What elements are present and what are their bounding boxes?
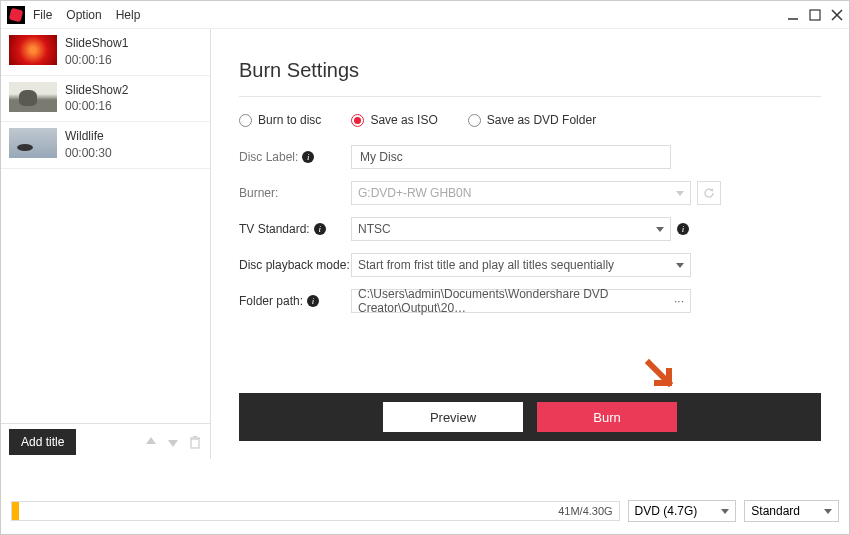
menu-file[interactable]: File bbox=[33, 8, 52, 22]
radio-label: Burn to disc bbox=[258, 113, 321, 127]
slide-thumbnail bbox=[9, 35, 57, 65]
radio-label: Save as ISO bbox=[370, 113, 437, 127]
app-icon bbox=[7, 6, 25, 24]
info-icon[interactable]: i bbox=[302, 151, 314, 163]
playback-mode-label: Disc playback mode: bbox=[239, 258, 351, 272]
refresh-burner-button[interactable] bbox=[697, 181, 721, 205]
divider bbox=[239, 96, 821, 97]
svg-rect-4 bbox=[191, 439, 199, 448]
info-icon[interactable]: i bbox=[314, 223, 326, 235]
menu-option[interactable]: Option bbox=[66, 8, 101, 22]
disc-usage-text: 41M/4.30G bbox=[558, 502, 612, 520]
preview-button[interactable]: Preview bbox=[383, 402, 523, 432]
titlebar: File Option Help bbox=[1, 1, 849, 29]
slide-duration: 00:00:16 bbox=[65, 98, 128, 115]
disc-usage-bar: 41M/4.30G bbox=[11, 501, 620, 521]
chevron-down-icon bbox=[721, 509, 729, 514]
move-up-icon[interactable] bbox=[144, 435, 158, 449]
slide-title: Wildlife bbox=[65, 128, 112, 145]
slide-title: SlideShow2 bbox=[65, 82, 128, 99]
browse-icon[interactable]: ··· bbox=[674, 294, 684, 308]
info-icon[interactable]: i bbox=[677, 223, 689, 235]
radio-label: Save as DVD Folder bbox=[487, 113, 596, 127]
add-title-button[interactable]: Add title bbox=[9, 429, 76, 455]
slide-duration: 00:00:16 bbox=[65, 52, 128, 69]
trash-icon[interactable] bbox=[188, 435, 202, 449]
folder-path-input[interactable]: C:\Users\admin\Documents\Wondershare DVD… bbox=[351, 289, 691, 313]
chevron-down-icon bbox=[656, 227, 664, 232]
menu-help[interactable]: Help bbox=[116, 8, 141, 22]
slide-item[interactable]: SlideShow1 00:00:16 bbox=[1, 29, 210, 76]
sidebar-footer: Add title bbox=[1, 423, 210, 459]
minimize-icon[interactable] bbox=[787, 9, 799, 21]
svg-rect-1 bbox=[810, 10, 820, 20]
disc-label-label: Disc Label: i bbox=[239, 150, 351, 164]
disc-usage-fill bbox=[12, 502, 19, 520]
refresh-icon bbox=[703, 187, 715, 199]
radio-burn-to-disc[interactable]: Burn to disc bbox=[239, 113, 321, 127]
slide-duration: 00:00:30 bbox=[65, 145, 112, 162]
arrow-annotation bbox=[643, 357, 679, 397]
slide-list: SlideShow1 00:00:16 SlideShow2 00:00:16 … bbox=[1, 29, 210, 423]
radio-save-as-dvd-folder[interactable]: Save as DVD Folder bbox=[468, 113, 596, 127]
slide-title: SlideShow1 bbox=[65, 35, 128, 52]
chevron-down-icon bbox=[824, 509, 832, 514]
playback-mode-select[interactable]: Start from frist title and play all titl… bbox=[351, 253, 691, 277]
disc-label-input[interactable] bbox=[351, 145, 671, 169]
bottom-bar: 41M/4.30G DVD (4.7G) Standard bbox=[11, 496, 839, 526]
tv-standard-select[interactable]: NTSC bbox=[351, 217, 671, 241]
folder-path-label: Folder path: i bbox=[239, 294, 351, 308]
window-controls bbox=[787, 9, 843, 21]
content-area: Burn Settings Burn to disc Save as ISO S… bbox=[211, 29, 849, 459]
action-bar: Preview Burn bbox=[239, 393, 821, 441]
menu-bar: File Option Help bbox=[33, 8, 140, 22]
tv-standard-label: TV Standard: i bbox=[239, 222, 351, 236]
info-icon[interactable]: i bbox=[307, 295, 319, 307]
radio-save-as-iso[interactable]: Save as ISO bbox=[351, 113, 437, 127]
quality-select[interactable]: Standard bbox=[744, 500, 839, 522]
panel-title: Burn Settings bbox=[239, 59, 821, 82]
slide-item[interactable]: SlideShow2 00:00:16 bbox=[1, 76, 210, 123]
burn-button[interactable]: Burn bbox=[537, 402, 677, 432]
slide-thumbnail bbox=[9, 82, 57, 112]
maximize-icon[interactable] bbox=[809, 9, 821, 21]
chevron-down-icon bbox=[676, 191, 684, 196]
burner-select: G:DVD+-RW GHB0N bbox=[351, 181, 691, 205]
chevron-down-icon bbox=[676, 263, 684, 268]
disc-type-select[interactable]: DVD (4.7G) bbox=[628, 500, 737, 522]
slide-thumbnail bbox=[9, 128, 57, 158]
sidebar: SlideShow1 00:00:16 SlideShow2 00:00:16 … bbox=[1, 29, 211, 459]
close-icon[interactable] bbox=[831, 9, 843, 21]
move-down-icon[interactable] bbox=[166, 435, 180, 449]
burn-type-radios: Burn to disc Save as ISO Save as DVD Fol… bbox=[239, 113, 821, 127]
burner-label: Burner: bbox=[239, 186, 351, 200]
slide-item[interactable]: Wildlife 00:00:30 bbox=[1, 122, 210, 169]
